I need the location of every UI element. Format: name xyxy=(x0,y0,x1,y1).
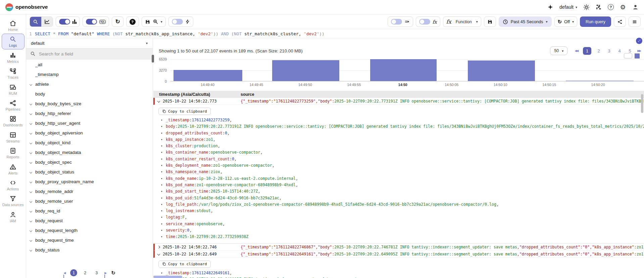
stream-selector[interactable]: default ▾ xyxy=(26,38,153,48)
panel-resize-handle[interactable] xyxy=(152,55,154,63)
chevron-down-icon[interactable] xyxy=(29,239,35,241)
field-item-body_request_time[interactable]: body_request_time xyxy=(26,235,153,245)
chevron-down-icon[interactable] xyxy=(29,220,35,222)
brand[interactable]: openobserve xyxy=(5,3,48,11)
triangle-down-icon[interactable]: ▾ xyxy=(161,175,166,182)
detail-key[interactable]: _timestamp xyxy=(166,118,189,122)
field-item-body_http_user_agent[interactable]: body_http_user_agent xyxy=(26,118,153,128)
field-item-_timestamp[interactable]: _timestamp xyxy=(26,70,153,79)
log-row-1[interactable]: 2025-10-22 14:50:22.746{"_timestamp":"17… xyxy=(153,244,644,251)
field-page-1[interactable]: 1 xyxy=(70,269,77,276)
results-page-4[interactable]: 4 xyxy=(616,47,623,55)
results-page-3[interactable]: 3 xyxy=(606,47,612,55)
share-link-button[interactable] xyxy=(614,16,626,27)
first-page-icon[interactable]: ◀ xyxy=(63,271,66,275)
field-item-body_object_apiversion[interactable]: body_object_apiversion xyxy=(26,128,153,138)
triangle-down-icon[interactable]: ▾ xyxy=(161,188,166,195)
detail-key[interactable]: log_iostream xyxy=(166,208,194,213)
chevron-down-icon[interactable] xyxy=(29,230,35,232)
sidebar-item-reports[interactable]: Reports xyxy=(2,145,24,161)
triangle-down-icon[interactable]: ▾ xyxy=(161,123,166,130)
triangle-down-icon[interactable]: ▾ xyxy=(161,136,166,143)
detail-key[interactable]: k8s_pod_start_time xyxy=(166,189,208,194)
field-item-body_object_metadata[interactable]: body_object_metadata xyxy=(26,148,153,157)
auto-refresh-dropdown[interactable]: ↻ Off ▾ xyxy=(554,16,577,27)
triangle-down-icon[interactable]: ▾ xyxy=(161,195,166,201)
help-icon[interactable]: ? xyxy=(608,4,614,10)
triangle-down-icon[interactable]: ▾ xyxy=(161,201,166,208)
chevron-down-icon[interactable] xyxy=(29,191,35,193)
next-pages-icon[interactable]: ▶▶ xyxy=(637,49,641,52)
time-range-picker[interactable]: Past 45 Seconds ▾ xyxy=(499,16,552,27)
field-item-body_remote_user[interactable]: body_remote_user xyxy=(26,196,153,206)
detail-key[interactable]: log_file_path xyxy=(166,202,196,207)
sql-mode-toggle[interactable] xyxy=(86,19,97,25)
sidebar-item-rum[interactable]: RUM xyxy=(2,82,24,97)
results-page-2[interactable]: 2 xyxy=(596,47,602,55)
triangle-down-icon[interactable]: ▾ xyxy=(161,149,166,156)
histogram-bar-3[interactable] xyxy=(468,61,535,81)
prev-pages-icon[interactable]: ◀◀ xyxy=(575,49,579,52)
vertical-scrollbar-thumb[interactable] xyxy=(641,94,643,113)
chevron-down-icon[interactable] xyxy=(29,249,35,251)
field-page-2[interactable]: 2 xyxy=(82,269,89,276)
ai-sparkle-icon[interactable] xyxy=(547,4,554,10)
chevron-down-icon[interactable] xyxy=(29,181,35,183)
field-item-body_request_length[interactable]: body_request_length xyxy=(26,226,153,235)
detail-key[interactable]: k8s_container_name xyxy=(166,150,208,155)
reset-filters-button[interactable]: ↻ xyxy=(112,16,123,27)
detail-key[interactable]: k8s_cluster xyxy=(166,144,192,148)
triangle-down-icon[interactable]: ▾ xyxy=(161,234,166,240)
more-menu-button[interactable] xyxy=(629,16,641,27)
horizontal-scrollbar-thumb[interactable] xyxy=(153,276,182,278)
detail-key[interactable]: dropped_attributes_count xyxy=(166,131,222,135)
field-page-3[interactable]: 3 xyxy=(93,269,100,276)
chevron-down-icon[interactable] xyxy=(29,122,35,124)
detail-key[interactable]: body xyxy=(166,124,175,129)
field-search-input[interactable] xyxy=(38,51,132,57)
sidebar-item-data-sources[interactable]: Data sources xyxy=(2,193,24,208)
triangle-down-icon[interactable]: ▾ xyxy=(161,214,166,221)
copy-to-clipboard-button[interactable]: Copy to clipboard xyxy=(158,108,211,115)
chevron-down-icon[interactable] xyxy=(29,210,35,212)
sidebar-item-alerts[interactable]: Alerts xyxy=(2,161,24,177)
field-item-body_request[interactable]: body_request xyxy=(26,216,153,226)
triangle-down-icon[interactable]: ▾ xyxy=(161,221,166,227)
field-item-body_object_status[interactable]: body_object_status xyxy=(26,167,153,177)
triangle-down-icon[interactable]: ▾ xyxy=(161,130,166,136)
chevron-down-icon[interactable] xyxy=(29,161,35,163)
sidebar-item-logs[interactable]: Logs xyxy=(2,34,24,49)
sidebar-item-actions[interactable]: Actions xyxy=(2,177,24,193)
detail-key[interactable]: k8s_pod_uid xyxy=(166,196,192,200)
chevron-down-icon[interactable] xyxy=(29,142,35,144)
detail-key[interactable]: k8s_node_name xyxy=(166,176,196,181)
detail-key[interactable]: k8s_deployment_name xyxy=(166,163,211,168)
field-item-body_http_referer[interactable]: body_http_referer xyxy=(26,109,153,118)
expand-query-editor-button[interactable]: ⤢ xyxy=(636,38,642,44)
sidebar-item-pipelines[interactable]: Pipelines xyxy=(2,97,24,113)
apps-icon[interactable] xyxy=(595,4,602,10)
triangle-down-icon[interactable]: ▾ xyxy=(161,162,166,169)
detail-key[interactable]: service_name xyxy=(166,222,194,226)
field-item-athlete[interactable]: athlete xyxy=(26,79,153,89)
transforms-toggle[interactable] xyxy=(391,19,402,25)
sidebar-item-metrics[interactable]: Metrics xyxy=(2,50,24,65)
chevron-down-icon[interactable] xyxy=(158,100,163,102)
histogram-bar-4[interactable] xyxy=(566,81,634,81)
triangle-down-icon[interactable]: ▾ xyxy=(161,227,166,234)
settings-gear-icon[interactable]: ⚙ xyxy=(620,4,626,10)
chevron-down-icon[interactable] xyxy=(158,253,163,255)
detail-key[interactable]: k8s_namespace_name xyxy=(166,169,208,174)
field-item-body_status[interactable]: body_status xyxy=(26,245,153,255)
sidebar-item-streams[interactable]: Streams xyxy=(2,129,24,145)
field-item-body_object_kind[interactable]: body_object_kind xyxy=(26,138,153,148)
column-header-source[interactable]: source xyxy=(241,91,644,98)
column-header-timestamp[interactable]: timestamp (Asia/Calcutta) xyxy=(153,91,241,98)
org-selector[interactable]: default ▾ xyxy=(559,4,577,10)
chevron-right-icon[interactable] xyxy=(158,246,163,248)
fx-toggle[interactable] xyxy=(419,19,430,25)
search-mode-button[interactable] xyxy=(30,17,41,27)
field-item-body_body_bytes_size[interactable]: body_body_bytes_size xyxy=(26,99,153,109)
triangle-down-icon[interactable]: ▾ xyxy=(161,208,166,214)
chevron-down-icon[interactable] xyxy=(29,113,35,115)
